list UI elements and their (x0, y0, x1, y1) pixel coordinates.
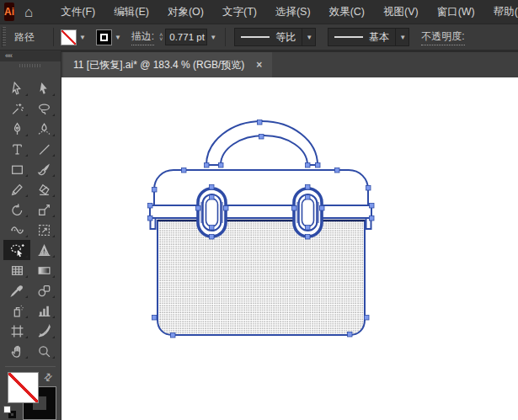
curvature-tool-icon (37, 122, 51, 136)
gradient-tool-icon (37, 263, 51, 278)
menu-select[interactable]: 选择(S) (266, 0, 320, 24)
document-tab-bar: 11 [已恢复].ai* @ 183.4 % (RGB/预览) × (61, 51, 518, 77)
chevron-down-icon[interactable]: ▼ (210, 34, 216, 41)
tool-selection[interactable] (3, 78, 30, 98)
tool-blend[interactable] (30, 280, 57, 300)
stroke-hole (100, 34, 108, 41)
tool-lasso[interactable] (30, 98, 57, 119)
chevron-down-icon[interactable]: ▼ (302, 29, 315, 45)
rectangle-tool-icon (10, 162, 24, 177)
tool-zoom[interactable] (30, 341, 57, 361)
menu-view[interactable]: 视图(V) (374, 0, 428, 24)
swap-fill-stroke-icon[interactable]: ⇄ (41, 369, 56, 384)
tool-symbol-sprayer[interactable] (3, 300, 30, 321)
tool-scale[interactable] (30, 199, 57, 220)
default-fill-stroke-icon[interactable] (3, 406, 16, 418)
chevron-down-icon[interactable]: ▼ (79, 34, 86, 41)
handbag-artwork[interactable] (61, 77, 518, 420)
fill-swatch-none[interactable] (8, 372, 39, 403)
column-graph-icon (37, 304, 51, 318)
free-transform-icon (37, 223, 51, 237)
controlbar-separator (53, 28, 54, 46)
lid-path (154, 170, 368, 205)
toolbar-grip[interactable] (0, 61, 61, 69)
lasso-icon (37, 102, 51, 116)
type-tool-icon (10, 142, 24, 157)
tool-eraser[interactable] (30, 179, 57, 199)
handle-path (206, 121, 318, 165)
pen-icon (10, 122, 24, 136)
menubar: Ai ⌂ 文件(F) 编辑(E) 对象(O) 文字(T) 选择(S) 效果(C)… (0, 0, 518, 24)
close-icon[interactable]: × (256, 59, 262, 71)
menu-file[interactable]: 文件(F) (51, 0, 104, 24)
width-profile-value: 等比 (275, 30, 296, 45)
mesh-tool-icon (10, 263, 24, 278)
chevron-down-icon[interactable]: ▼ (395, 29, 409, 45)
opacity-link[interactable]: 不透明度: (421, 29, 464, 45)
tool-gradient[interactable] (30, 260, 57, 280)
artboard-tool-icon (10, 324, 24, 338)
slice-tool-icon (37, 324, 51, 338)
tool-hand[interactable] (3, 341, 30, 361)
tool-direct-selection[interactable] (30, 78, 57, 98)
width-tool-icon (10, 223, 24, 237)
chevron-down-icon[interactable]: ▼ (115, 34, 121, 41)
pencil-icon (10, 183, 24, 197)
stroke-color-swatch[interactable] (96, 29, 112, 45)
tool-shaper-pencil[interactable] (3, 179, 30, 199)
direct-selection-tool-icon (37, 82, 51, 96)
stepper-down-icon[interactable]: ˅ (159, 37, 163, 41)
tool-magic-wand[interactable] (3, 98, 30, 119)
paintbrush-icon (37, 162, 51, 177)
document-tab-title: 11 [已恢复].ai* @ 183.4 % (RGB/预览) (73, 58, 244, 72)
tool-type[interactable] (3, 139, 30, 159)
tool-line-segment[interactable] (30, 139, 57, 159)
tool-free-transform[interactable] (30, 220, 57, 240)
toolbar: «« (0, 51, 61, 420)
line-segment-icon (37, 142, 51, 157)
body-path (158, 221, 365, 335)
menu-help[interactable]: 帮助(H) (484, 0, 518, 24)
artboard-canvas[interactable] (61, 77, 518, 420)
brush-definition-dropdown[interactable]: 基本 ▼ (328, 28, 409, 46)
eraser-icon (37, 183, 51, 197)
stroke-weight-link[interactable]: 描边: (131, 29, 154, 45)
document-tab[interactable]: 11 [已恢复].ai* @ 183.4 % (RGB/预览) × (63, 52, 272, 77)
eyedropper-icon (10, 284, 24, 298)
variable-width-profile-dropdown[interactable]: 等比 ▼ (234, 28, 316, 46)
tool-slice[interactable] (30, 321, 57, 341)
panel-grip[interactable] (2, 27, 6, 47)
menu-window[interactable]: 窗口(W) (428, 0, 484, 24)
tool-curvature[interactable] (30, 119, 57, 139)
fill-color-swatch[interactable] (61, 29, 77, 45)
tools-grid (0, 78, 61, 361)
tool-paintbrush[interactable] (30, 159, 57, 179)
tool-artboard[interactable] (3, 321, 30, 341)
menu-type[interactable]: 文字(T) (213, 0, 266, 24)
menu-object[interactable]: 对象(O) (158, 0, 213, 24)
brush-preview (334, 36, 363, 38)
brush-value: 基本 (369, 30, 389, 45)
tool-column-graph[interactable] (30, 300, 57, 321)
scale-tool-icon (37, 203, 51, 217)
menu-edit[interactable]: 编辑(E) (104, 0, 158, 24)
tool-rotate[interactable] (3, 199, 30, 220)
illustrator-window: Ai ⌂ 文件(F) 编辑(E) 对象(O) 文字(T) 选择(S) 效果(C)… (0, 0, 518, 420)
home-icon[interactable]: ⌂ (24, 5, 33, 19)
zoom-tool-icon (37, 344, 51, 359)
tool-rectangle[interactable] (3, 159, 30, 179)
tool-width[interactable] (3, 220, 30, 240)
stroke-weight-field[interactable]: 0.771 pt (165, 29, 207, 45)
toolbar-collapse-button[interactable]: «« (0, 51, 61, 61)
controlbar-separator (225, 28, 226, 46)
tool-pen[interactable] (3, 119, 30, 139)
menu-effect[interactable]: 效果(C) (320, 0, 374, 24)
width-profile-preview (241, 36, 270, 38)
tool-shape-builder[interactable] (3, 240, 30, 260)
tool-perspective-grid[interactable] (30, 240, 57, 260)
stroke-weight-stepper[interactable]: ˄ ˅ (159, 33, 163, 41)
control-bar: 路径 ▼ ▼ 描边: ˄ ˅ 0.771 pt ▼ 等比 ▼ 基本 ▼ 不透明度… (0, 24, 518, 51)
tool-mesh[interactable] (3, 260, 30, 280)
tool-eyedropper[interactable] (3, 280, 30, 300)
app-logo-icon[interactable]: Ai (4, 3, 14, 21)
